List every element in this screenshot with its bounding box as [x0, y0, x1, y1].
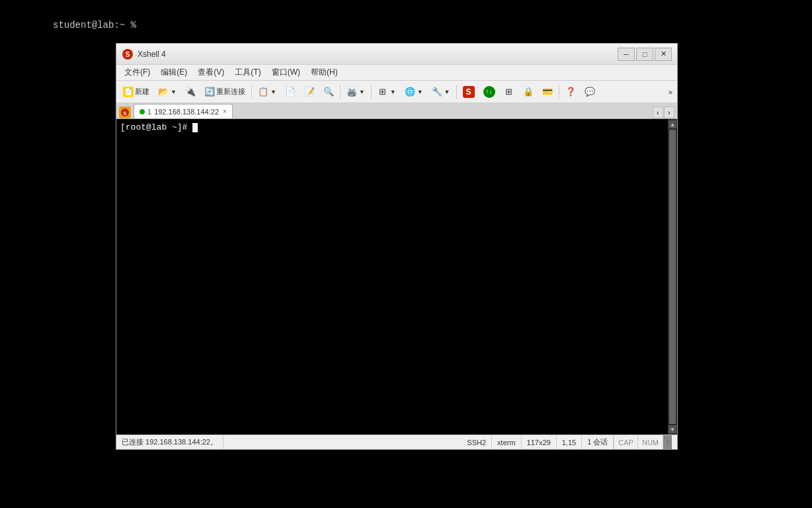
- layout-icon: ⊞: [504, 87, 514, 97]
- menu-help[interactable]: 帮助(H): [305, 65, 343, 79]
- sftp-dropdown-arrow: ▼: [417, 89, 423, 95]
- toolbar-paste-button[interactable]: 📄: [281, 83, 300, 101]
- copy-dropdown-arrow: ▼: [270, 89, 276, 95]
- session-tab[interactable]: 1 192.168.138.144:22 ×: [134, 104, 233, 118]
- print-icon: 🖨️: [346, 87, 357, 97]
- terminal-cursor: [192, 123, 198, 132]
- chat-icon: 💬: [585, 87, 595, 97]
- menu-tools[interactable]: 工具(T): [229, 65, 266, 79]
- status-bar: 已连接 192.168.138.144:22。 SSH2 xterm 117x2…: [116, 435, 677, 449]
- toolbar-lock-btn[interactable]: 🔒: [519, 83, 538, 101]
- status-protocol: SSH2: [462, 435, 492, 449]
- menu-bar: 文件(F) 编辑(E) 查看(V) 工具(T) 窗口(W) 帮助(H): [116, 65, 677, 81]
- tab-close-button[interactable]: ×: [223, 108, 227, 115]
- status-position: 1,15: [557, 435, 582, 449]
- toolbar-layout-btn[interactable]: ⊞: [500, 83, 518, 101]
- toolbar-sep-1: [251, 85, 252, 99]
- svg-text:S: S: [126, 51, 130, 58]
- toolbar-expand-btn[interactable]: »: [667, 83, 674, 101]
- scroll-thumb[interactable]: [669, 130, 676, 424]
- toolbar-new-button[interactable]: 📄 新建: [119, 83, 153, 101]
- xshell-s-icon: S: [463, 86, 475, 98]
- toolbar-sep-2: [340, 85, 341, 99]
- status-terminal: xterm: [492, 435, 522, 449]
- svg-text:S: S: [123, 110, 127, 116]
- xshell-window: S Xshell 4 ─ □ ✕ 文件(F) 编辑(E) 查看(V) 工具(T)…: [116, 43, 678, 450]
- tab-navigation: ‹ ›: [653, 106, 674, 118]
- toolbar-new-label: 新建: [135, 87, 149, 97]
- terminal-scrollbar[interactable]: ▲ ▼: [668, 119, 677, 435]
- find-icon: 🔍: [323, 87, 334, 97]
- toolbar-tools-btn[interactable]: 🔧 ▼: [428, 83, 454, 101]
- expand-icon: »: [669, 88, 672, 96]
- tab-bar-logo: S: [119, 106, 131, 118]
- title-bar: S Xshell 4 ─ □ ✕: [116, 44, 677, 65]
- status-sessions: 1 会话: [582, 435, 614, 449]
- menu-view[interactable]: 查看(V): [192, 65, 229, 79]
- window-controls: ─ □ ✕: [618, 48, 672, 61]
- background-terminal-text: student@lab:~ %: [53, 20, 136, 30]
- status-cap: CAP: [614, 435, 637, 449]
- window-layout-icon: ⊞: [378, 87, 388, 97]
- maximize-button[interactable]: □: [636, 48, 653, 61]
- window-dropdown-arrow: ▼: [390, 89, 396, 95]
- tools-dropdown-arrow: ▼: [444, 89, 450, 95]
- save-log-icon: 📝: [304, 87, 315, 97]
- scroll-up-button[interactable]: ▲: [669, 120, 676, 128]
- status-resize-handle[interactable]: ⋮: [663, 435, 672, 449]
- terminal-area[interactable]: [root@lab ~]# ▲ ▼: [116, 119, 677, 435]
- toolbar-sep-4: [456, 85, 457, 99]
- scroll-down-button[interactable]: ▼: [669, 425, 676, 433]
- toolbar-reconnect-label: 重新连接: [216, 87, 245, 97]
- xshell-logo-icon: S: [122, 48, 134, 60]
- paste-icon: 📄: [285, 87, 296, 97]
- xftp-icon: ↑↓: [483, 86, 495, 98]
- lock-icon: 🔒: [523, 87, 534, 97]
- toolbar-help-btn[interactable]: ❓: [561, 83, 580, 101]
- tab-bar: S 1 192.168.138.144:22 × ‹ ›: [116, 103, 677, 119]
- help-icon: ❓: [565, 87, 576, 97]
- open-folder-icon: 📂: [158, 87, 169, 97]
- tab-prev-button[interactable]: ‹: [653, 106, 663, 118]
- toolbar-copy-button[interactable]: 📋 ▼: [254, 83, 280, 101]
- new-document-icon: 📄: [123, 87, 134, 97]
- status-connection: 已连接 192.168.138.144:22。: [122, 435, 223, 449]
- toolbar-xshell-btn[interactable]: S: [459, 83, 479, 101]
- menu-window[interactable]: 窗口(W): [266, 65, 305, 79]
- tab-next-button[interactable]: ›: [664, 106, 674, 118]
- toolbar-print-button[interactable]: 🖨️ ▼: [343, 83, 369, 101]
- status-dimensions: 117x29: [522, 435, 557, 449]
- print-dropdown-arrow: ▼: [359, 89, 365, 95]
- toolbar: 📄 新建 📂 ▼ 🔌 🔄 重新连接 📋 ▼ 📄 📝 🔍 🖨: [116, 81, 677, 103]
- toolbar-connect-button[interactable]: 🔌: [181, 83, 200, 101]
- terminal-prompt: [root@lab ~]#: [120, 122, 192, 132]
- toolbar-savelog-button[interactable]: 📝: [300, 83, 319, 101]
- toolbar-chat-btn[interactable]: 💬: [581, 83, 599, 101]
- tools-icon: 🔧: [432, 87, 442, 97]
- toolbar-sep-5: [559, 85, 559, 99]
- copy-icon: 📋: [258, 87, 268, 97]
- status-num: NUM: [637, 435, 663, 449]
- toolbar-window-btn[interactable]: ⊞ ▼: [374, 83, 400, 101]
- tab-session-ip: 192.168.138.144:22: [154, 108, 219, 116]
- close-button[interactable]: ✕: [655, 48, 672, 61]
- tab-session-number: 1: [147, 108, 151, 116]
- toolbar-sftp-button[interactable]: 🌐 ▼: [401, 83, 427, 101]
- reconnect-icon: 🔄: [204, 87, 215, 97]
- sftp-icon: 🌐: [405, 87, 415, 97]
- toolbar-open-button[interactable]: 📂 ▼: [154, 83, 181, 101]
- toolbar-find-button[interactable]: 🔍: [319, 83, 338, 101]
- toolbar-xftp-btn[interactable]: ↑↓: [479, 83, 499, 101]
- window-title: Xshell 4: [138, 50, 618, 59]
- menu-file[interactable]: 文件(F): [119, 65, 155, 79]
- key-manager-icon: 💳: [542, 87, 553, 97]
- connect-icon: 🔌: [185, 87, 196, 97]
- terminal-content[interactable]: [root@lab ~]#: [116, 119, 668, 435]
- toolbar-key-btn[interactable]: 💳: [538, 83, 557, 101]
- toolbar-reconnect-button[interactable]: 🔄 重新连接: [200, 83, 249, 101]
- open-dropdown-arrow: ▼: [171, 89, 177, 95]
- session-status-dot: [140, 109, 145, 114]
- toolbar-sep-3: [371, 85, 372, 99]
- minimize-button[interactable]: ─: [618, 48, 635, 61]
- menu-edit[interactable]: 编辑(E): [155, 65, 192, 79]
